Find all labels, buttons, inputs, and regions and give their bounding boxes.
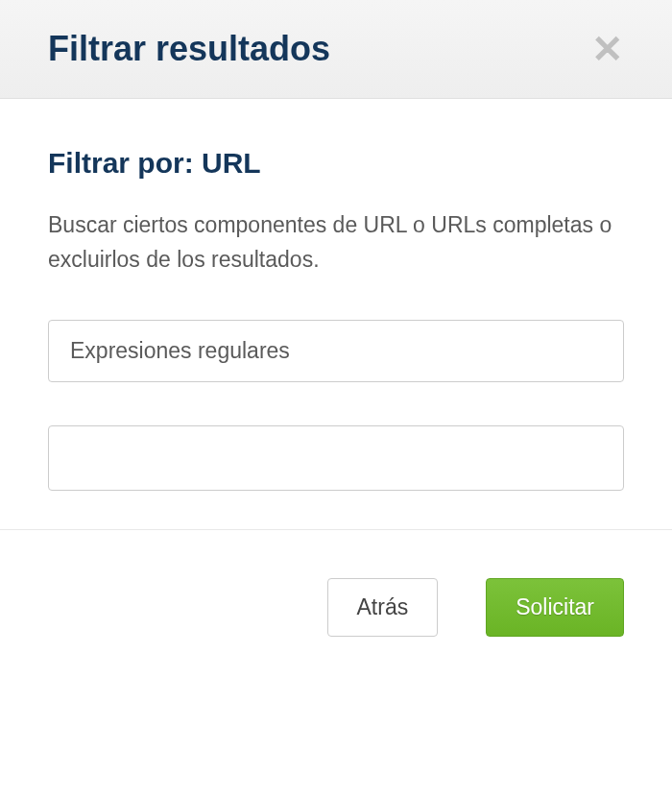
modal-header: Filtrar resultados ✕ — [0, 0, 672, 99]
modal-title: Filtrar resultados — [48, 29, 330, 69]
modal-body: Filtrar por: URL Buscar ciertos componen… — [0, 99, 672, 529]
section-title: Filtrar por: URL — [48, 147, 624, 180]
regex-type-select[interactable]: Expresiones regulares — [48, 320, 624, 382]
filter-description: Buscar ciertos componentes de URL o URLs… — [48, 208, 624, 277]
modal-footer: Atrás Solicitar — [0, 529, 672, 685]
submit-button[interactable]: Solicitar — [486, 578, 624, 637]
close-icon[interactable]: ✕ — [591, 30, 624, 68]
select-value-label: Expresiones regulares — [70, 338, 290, 364]
back-button[interactable]: Atrás — [327, 578, 439, 637]
url-filter-input[interactable] — [48, 425, 624, 491]
